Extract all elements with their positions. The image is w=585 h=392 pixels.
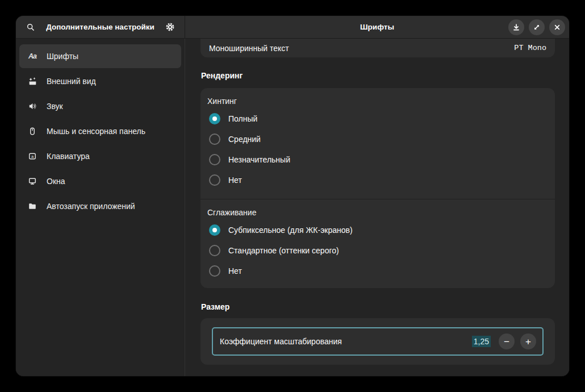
- monospace-card: Моноширинный текст PT Mono: [200, 39, 555, 57]
- size-section-title: Размер: [201, 302, 555, 311]
- sidebar-item-label: Автозапуск приложений: [47, 202, 135, 211]
- hinting-option-full[interactable]: Полный: [200, 109, 555, 129]
- minus-icon: −: [504, 337, 509, 347]
- antialiasing-group-title: Сглаживание: [200, 199, 555, 220]
- content-header: Шрифты: [185, 16, 569, 38]
- scaling-factor-value[interactable]: 1,25: [472, 336, 491, 347]
- sidebar-item-windows[interactable]: Окна: [19, 169, 181, 193]
- radio-icon: [209, 174, 220, 186]
- fonts-icon: Aa: [27, 52, 37, 60]
- radio-icon: [209, 265, 220, 277]
- appearance-icon: [27, 77, 37, 86]
- tweaks-window: Дополнительные настройки Шрифты: [16, 16, 569, 376]
- maximize-button[interactable]: [529, 19, 545, 35]
- radio-label: Нет: [228, 176, 242, 185]
- sidebar-item-label: Окна: [47, 177, 65, 186]
- radio-label: Незначительный: [228, 155, 290, 164]
- window-body: Aa Шрифты Внешний вид Звук Мышь и сенсо: [16, 39, 569, 376]
- search-button[interactable]: [23, 19, 39, 35]
- hinting-option-none[interactable]: Нет: [200, 170, 555, 190]
- monospace-font-row[interactable]: Моноширинный текст PT Mono: [200, 39, 555, 57]
- close-icon: [553, 23, 562, 32]
- headerbar: Дополнительные настройки Шрифты: [16, 16, 569, 39]
- search-icon: [26, 23, 35, 32]
- sidebar: Aa Шрифты Внешний вид Звук Мышь и сенсо: [16, 39, 185, 376]
- radio-label: Субпиксельное (для ЖК-экранов): [228, 226, 353, 235]
- sidebar-item-keyboard[interactable]: a Клавиатура: [19, 144, 181, 168]
- keyboard-icon: a: [27, 152, 37, 161]
- sidebar-item-label: Звук: [47, 102, 63, 111]
- radio-icon: [209, 154, 220, 165]
- scaling-factor-row[interactable]: Коэффициент масштабирования 1,25 − +: [212, 327, 544, 356]
- rendering-card: Хинтинг Полный Средний Незначительный Не…: [200, 88, 555, 288]
- rendering-section-title: Рендеринг: [201, 71, 555, 80]
- folder-icon: [27, 202, 37, 211]
- mouse-icon: [27, 127, 37, 136]
- radio-icon: [209, 113, 220, 124]
- close-button[interactable]: [549, 19, 565, 35]
- sidebar-item-label: Клавиатура: [47, 152, 90, 161]
- sidebar-item-appearance[interactable]: Внешний вид: [19, 69, 181, 93]
- monospace-value: PT Mono: [514, 44, 546, 52]
- decrease-button[interactable]: −: [499, 333, 515, 349]
- sidebar-item-mouse[interactable]: Мышь и сенсорная панель: [19, 119, 181, 143]
- size-card: Коэффициент масштабирования 1,25 − +: [200, 318, 555, 365]
- hinting-group-title: Хинтинг: [200, 88, 555, 109]
- antialiasing-option-grayscale[interactable]: Стандартное (оттенки серого): [200, 240, 555, 261]
- radio-label: Стандартное (оттенки серого): [228, 246, 339, 255]
- radio-icon: [209, 224, 220, 236]
- hinting-option-medium[interactable]: Средний: [200, 129, 555, 149]
- radio-icon: [209, 245, 220, 256]
- sidebar-header: Дополнительные настройки: [16, 16, 185, 38]
- antialiasing-option-none[interactable]: Нет: [200, 261, 555, 281]
- increase-button[interactable]: +: [520, 333, 536, 349]
- app-title: Дополнительные настройки: [39, 23, 162, 31]
- gear-icon: [165, 22, 175, 32]
- hinting-option-slight[interactable]: Незначительный: [200, 149, 555, 170]
- speaker-icon: [27, 102, 37, 111]
- radio-label: Полный: [228, 114, 257, 123]
- sidebar-item-sound[interactable]: Звук: [19, 94, 181, 118]
- sidebar-item-label: Мышь и сенсорная панель: [47, 127, 145, 136]
- minimize-button[interactable]: [508, 19, 524, 35]
- sidebar-item-startup[interactable]: Автозапуск приложений: [19, 194, 181, 218]
- resize-diagonal-icon: [532, 23, 541, 32]
- radio-icon: [209, 134, 220, 145]
- fonts-page: Моноширинный текст PT Mono Рендеринг Хин…: [185, 39, 569, 376]
- download-icon: [512, 23, 521, 32]
- menu-button[interactable]: [162, 19, 178, 35]
- plus-icon: +: [525, 337, 531, 347]
- antialiasing-option-subpixel[interactable]: Субпиксельное (для ЖК-экранов): [200, 220, 555, 240]
- sidebar-item-label: Внешний вид: [47, 77, 96, 86]
- monospace-label: Моноширинный текст: [209, 44, 289, 53]
- radio-label: Нет: [228, 266, 242, 276]
- radio-label: Средний: [228, 135, 261, 144]
- display-icon: [27, 177, 37, 186]
- sidebar-item-fonts[interactable]: Aa Шрифты: [19, 44, 181, 68]
- scaling-factor-label: Коэффициент масштабирования: [220, 337, 472, 346]
- sidebar-item-label: Шрифты: [47, 52, 78, 61]
- svg-text:a: a: [31, 154, 34, 159]
